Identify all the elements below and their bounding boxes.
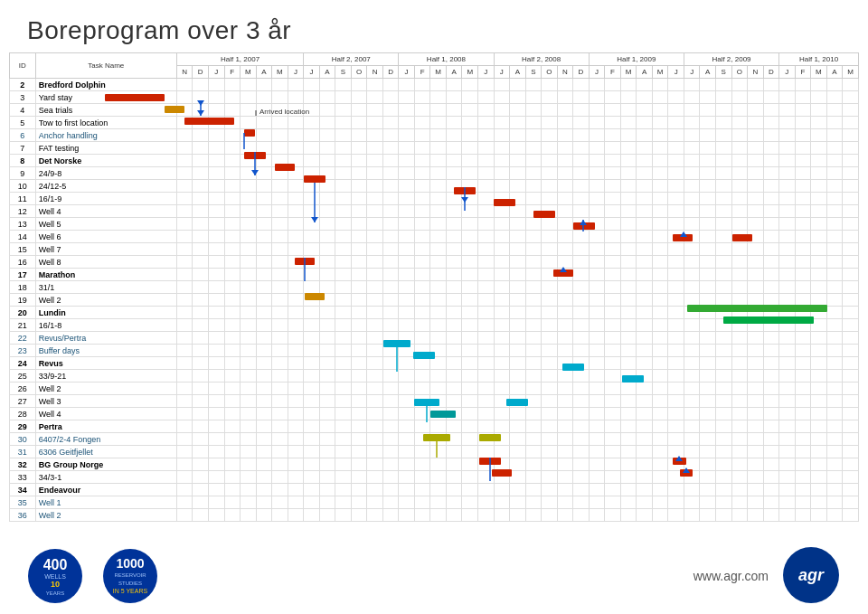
cell-chart-29-3	[224, 420, 241, 433]
cell-chart-21-38	[779, 319, 796, 332]
cell-chart-19-12	[367, 294, 383, 307]
cell-chart-36-31	[668, 509, 684, 522]
cell-chart-5-24	[557, 117, 573, 129]
cell-chart-17-2	[208, 269, 224, 281]
cell-chart-5-27	[605, 117, 621, 129]
cell-name-18: 31/1	[35, 281, 176, 294]
cell-chart-3-1	[193, 91, 209, 104]
cell-chart-3-3	[224, 91, 241, 104]
cell-chart-13-15	[414, 218, 430, 231]
row-22: 22Revus/Pertra	[10, 332, 859, 345]
cell-chart-36-4	[241, 509, 257, 522]
cell-chart-21-41	[826, 319, 843, 332]
cell-chart-12-19	[478, 205, 495, 218]
cell-chart-14-2	[208, 231, 224, 243]
svg-text:YEARS: YEARS	[46, 590, 64, 596]
cell-chart-15-33	[700, 243, 716, 256]
cell-chart-30-27	[605, 433, 621, 446]
cell-chart-8-8	[304, 155, 320, 167]
cell-chart-30-26	[589, 433, 605, 446]
cell-chart-9-32	[684, 167, 700, 180]
cell-chart-12-12	[367, 205, 383, 218]
cell-chart-23-3	[224, 345, 241, 357]
cell-chart-11-14	[399, 193, 415, 205]
cell-chart-16-14	[399, 256, 415, 269]
cell-chart-34-24	[557, 484, 573, 496]
cell-chart-35-24	[557, 496, 573, 509]
cell-chart-29-22	[525, 420, 542, 433]
cell-chart-26-2	[208, 383, 224, 395]
cell-chart-25-26	[589, 370, 605, 383]
cell-chart-18-23	[542, 281, 558, 294]
cell-chart-31-22	[525, 446, 542, 458]
cell-name-20: Lundin	[35, 307, 176, 319]
cell-chart-22-0	[176, 332, 193, 345]
cell-chart-13-31	[668, 218, 684, 231]
cell-chart-35-42	[843, 496, 859, 509]
cell-chart-33-23	[542, 471, 558, 484]
cell-chart-16-34	[715, 256, 731, 269]
cell-chart-18-17	[446, 281, 462, 294]
cell-chart-31-33	[700, 446, 716, 458]
cell-id-32: 32	[10, 458, 36, 471]
cell-chart-11-33	[700, 193, 716, 205]
cell-chart-7-26	[589, 142, 605, 155]
cell-chart-33-6	[272, 471, 288, 484]
cell-chart-27-7	[288, 395, 304, 408]
cell-chart-16-8	[304, 256, 320, 269]
cell-chart-33-30	[652, 471, 668, 484]
cell-chart-31-38	[779, 446, 796, 458]
cell-chart-31-19	[478, 446, 495, 458]
cell-chart-31-39	[795, 446, 811, 458]
cell-chart-33-25	[573, 471, 590, 484]
cell-chart-24-12	[367, 357, 383, 370]
cell-chart-14-0	[176, 231, 193, 243]
cell-chart-15-19	[478, 243, 495, 256]
cell-chart-22-19	[478, 332, 495, 345]
cell-chart-5-26	[589, 117, 605, 129]
cell-chart-27-25	[573, 395, 590, 408]
cell-chart-22-6	[272, 332, 288, 345]
cell-chart-8-18	[462, 155, 478, 167]
cell-chart-2-27	[605, 79, 621, 91]
cell-chart-26-15	[414, 383, 430, 395]
cell-chart-10-31	[668, 180, 684, 193]
cell-chart-30-18	[462, 433, 478, 446]
cell-chart-14-36	[748, 231, 764, 243]
cell-id-27: 27	[10, 395, 36, 408]
cell-chart-27-28	[620, 395, 637, 408]
cell-chart-18-19	[478, 281, 495, 294]
cell-chart-33-40	[811, 471, 827, 484]
cell-name-3: Yard stay	[35, 91, 176, 104]
cell-chart-11-23	[542, 193, 558, 205]
cell-chart-7-3	[224, 142, 241, 155]
cell-name-2: Bredford Dolphin	[35, 79, 176, 91]
row-7: 7FAT testing	[10, 142, 859, 155]
cell-chart-16-32	[684, 256, 700, 269]
cell-chart-7-28	[620, 142, 637, 155]
month-s07: S	[335, 66, 352, 79]
cell-chart-36-33	[700, 509, 716, 522]
cell-chart-17-29	[637, 269, 653, 281]
cell-chart-29-35	[731, 420, 748, 433]
cell-chart-8-40	[811, 155, 827, 167]
cell-chart-27-3	[224, 395, 241, 408]
cell-chart-20-12	[367, 307, 383, 319]
cell-chart-11-16	[430, 193, 447, 205]
cell-chart-8-31	[668, 155, 684, 167]
cell-chart-21-29	[637, 319, 653, 332]
cell-chart-35-10	[335, 496, 352, 509]
cell-chart-26-25	[573, 383, 590, 395]
cell-chart-10-37	[763, 180, 779, 193]
month-d07b: D	[382, 66, 399, 79]
cell-chart-26-17	[446, 383, 462, 395]
cell-chart-16-1	[193, 256, 209, 269]
cell-chart-13-19	[478, 218, 495, 231]
cell-chart-24-31	[668, 357, 684, 370]
cell-chart-28-2	[208, 408, 224, 420]
cell-chart-18-14	[399, 281, 415, 294]
cell-chart-31-28	[620, 446, 637, 458]
cell-chart-28-9	[319, 408, 335, 420]
cell-chart-6-26	[589, 129, 605, 142]
cell-chart-7-23	[542, 142, 558, 155]
